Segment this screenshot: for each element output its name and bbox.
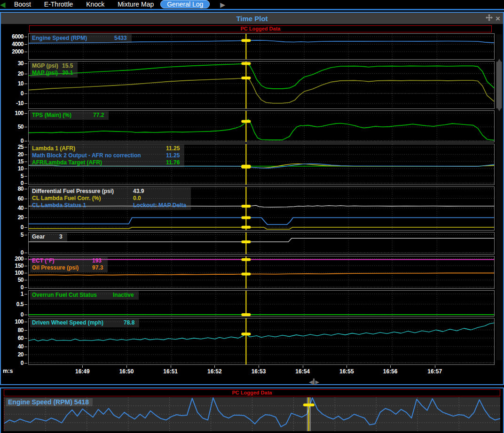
chart-region: 200040006000Engine Speed (RPM)5433-10010… <box>1 33 503 366</box>
plot-tps[interactable]: TPS (Main) (%)77.2 <box>28 110 495 142</box>
x-tick-mark <box>435 365 435 368</box>
legend-row: Engine Speed (RPM)5433 <box>32 35 127 42</box>
scrollbar-thumb[interactable] <box>496 62 502 108</box>
y-axis-tps: 050100 <box>1 110 28 142</box>
x-tick-label: 16:51 <box>163 368 178 375</box>
tab-bar: ◀ BoostE-ThrottleKnockMixture MapGeneral… <box>0 0 504 10</box>
time-axis-unit: m:s <box>3 368 13 374</box>
plot-fuel-pressure[interactable]: Differential Fuel Pressure (psi)43.9CL L… <box>28 186 495 231</box>
y-tick-mark <box>24 259 27 259</box>
y-tick-mark <box>24 273 27 273</box>
splitter-handle-icon[interactable]: ◀▶ <box>309 379 319 385</box>
x-tick-label: 16:52 <box>207 368 222 375</box>
legend-value: 30.1 <box>62 70 73 77</box>
legend-row: Overrun Fuel Cut StatusInactive <box>32 292 134 299</box>
y-tick-mark <box>24 330 27 331</box>
panel-fuel-pressure: 020406080Differential Fuel Pressure (psi… <box>1 186 495 231</box>
legend-value: 193 <box>92 257 102 264</box>
move-icon[interactable] <box>486 14 493 23</box>
y-tick-label: 15 <box>18 158 24 165</box>
y-tick-label: 0 <box>21 224 24 231</box>
overview-cursor-marker <box>303 403 315 406</box>
legend-label: MGP (psi) <box>32 62 62 70</box>
tab-mixture-map[interactable]: Mixture Map <box>111 0 160 8</box>
y-tick-mark <box>24 84 27 84</box>
y-tick-mark <box>24 189 27 189</box>
tab-scroll-left-icon[interactable]: ◀ <box>0 0 8 9</box>
y-tick-mark <box>24 52 27 52</box>
y-tick-label: 1 <box>21 291 24 297</box>
tab-boost[interactable]: Boost <box>8 0 38 8</box>
x-tick-label: 16:53 <box>252 368 266 375</box>
plot-map-mgp[interactable]: MGP (psi)15.5MAP (psi)30.1 <box>28 61 495 109</box>
y-tick-label: 20 <box>18 351 24 358</box>
pc-logged-data-banner-bottom: PC Logged Data <box>4 389 500 396</box>
y-axis-ect-oil: 050100150200 <box>1 256 28 289</box>
y-tick-mark <box>24 74 27 74</box>
y-tick-mark <box>24 176 27 177</box>
plot-wheel-speed[interactable]: Driven Wheel Speed (mph)78.8 <box>28 318 495 365</box>
y-tick-mark <box>24 287 27 288</box>
time-plot-titlebar[interactable]: Time Plot × <box>1 13 503 24</box>
legend-value: 77.2 <box>93 112 104 119</box>
y-tick-label: 20 <box>18 151 24 158</box>
y-tick-label: 25 <box>18 144 24 150</box>
panel-ect-oil: 050100150200ECT (°F)193Oil Pressure (psi… <box>1 256 495 289</box>
vertical-scrollbar[interactable] <box>496 34 502 360</box>
legend-value: 0.0 <box>133 195 141 202</box>
engine-speed-overview[interactable]: Engine Speed (RPM) 5418 <box>4 397 500 431</box>
plot-engine-speed[interactable]: Engine Speed (RPM)5433 <box>28 33 495 60</box>
legend-label: Lambda 1 (AFR) <box>32 145 166 152</box>
y-tick-label: 200 <box>15 255 24 262</box>
legend-row: AFR/Lambda Target (AFR)11.76 <box>32 159 180 166</box>
legend-row: Oil Pressure (psi)97.3 <box>32 264 103 271</box>
y-tick-mark <box>24 103 27 104</box>
cursor-value-marker <box>241 313 251 316</box>
y-tick-label: 10 <box>18 165 24 172</box>
log-overview-window: PC Logged Data Engine Speed (RPM) 5418 <box>0 387 504 433</box>
y-tick-mark <box>24 280 27 280</box>
time-plot-window: Time Plot × PC Logged Data 200040006000E… <box>0 12 504 385</box>
tab-items: BoostE-ThrottleKnockMixture MapGeneral L… <box>8 0 210 9</box>
legend-value: 78.8 <box>124 319 134 326</box>
legend-value: 15.5 <box>62 62 73 70</box>
y-tick-mark <box>24 63 27 64</box>
x-tick-label: 16:56 <box>383 368 398 375</box>
trace-map-psi- <box>29 63 494 89</box>
tab-e-throttle[interactable]: E-Throttle <box>38 0 79 8</box>
y-tick-label: -10 <box>16 100 24 107</box>
legend-label: CL Lambda Fuel Corr. (%) <box>32 195 133 202</box>
y-tick-label: 100 <box>15 110 24 116</box>
x-tick-label: 16:49 <box>75 368 90 375</box>
cursor-value-marker <box>241 226 251 229</box>
plot-ect-oil[interactable]: ECT (°F)193Oil Pressure (psi)97.3 <box>28 256 495 289</box>
plot-gear[interactable]: Gear3 <box>28 232 495 255</box>
legend-label: ECT (°F) <box>32 257 92 264</box>
plot-lambda[interactable]: Lambda 1 (AFR)11.25Math Block 2 Output -… <box>28 144 495 185</box>
tab-scroll-right-icon[interactable]: ▶ <box>220 1 225 8</box>
legend-label: Differential Fuel Pressure (psi) <box>32 188 133 195</box>
y-tick-mark <box>24 169 27 169</box>
y-tick-mark <box>24 235 27 235</box>
y-tick-mark <box>24 294 27 294</box>
tab-knock[interactable]: Knock <box>79 0 111 8</box>
y-tick-label: 0 <box>21 90 24 97</box>
y-tick-label: 0 <box>21 311 24 318</box>
y-tick-label: 150 <box>15 263 24 269</box>
y-tick-label: 4000 <box>12 41 24 47</box>
y-tick-label: 0 <box>21 138 24 144</box>
y-axis-lambda: 0510152025 <box>1 144 28 185</box>
y-tick-mark <box>24 322 27 322</box>
legend-wheel-speed: Driven Wheel Speed (mph)78.8 <box>30 319 139 327</box>
x-tick-label: 16:55 <box>339 368 354 375</box>
tab-general-log[interactable]: General Log <box>160 0 210 8</box>
y-tick-label: 0.5 <box>16 301 24 308</box>
cursor-value-marker <box>241 216 251 219</box>
y-tick-mark <box>24 363 27 363</box>
close-icon[interactable]: × <box>496 15 500 23</box>
x-tick-mark <box>346 365 347 368</box>
legend-label: CL Lambda Status 1 <box>32 202 133 209</box>
y-tick-label: 80 <box>18 327 24 333</box>
legend-label: Engine Speed (RPM) <box>32 35 114 42</box>
plot-overrun-fuel-cut[interactable]: Overrun Fuel Cut StatusInactive <box>28 290 495 317</box>
